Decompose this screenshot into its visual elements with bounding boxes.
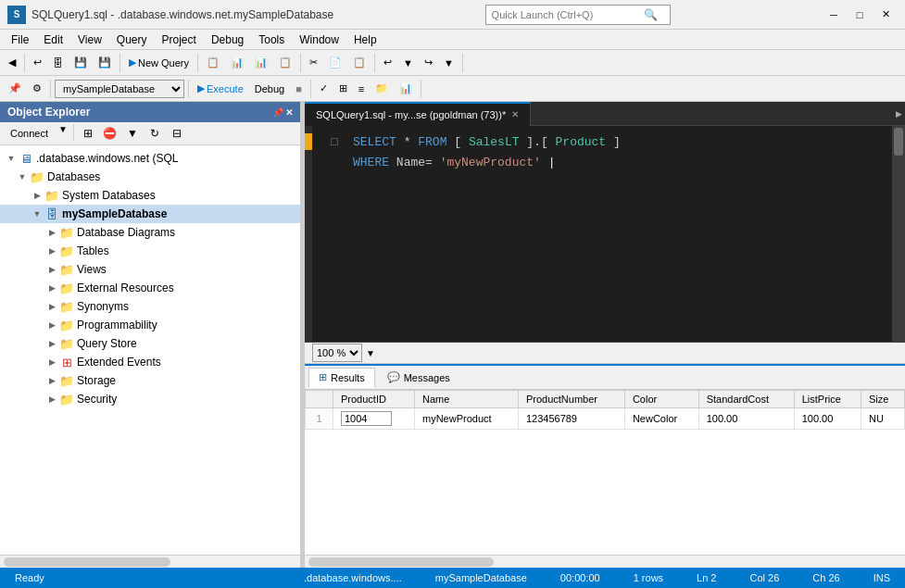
collapse-oe-button[interactable]: ⊟ (167, 124, 187, 143)
tree-query-store[interactable]: ▶ 📁 Query Store (0, 334, 300, 353)
messages-icon: 💬 (387, 371, 400, 383)
toolbar-btn3[interactable]: 📊 (250, 53, 272, 73)
tree-extended-events[interactable]: ▶ ⊞ Extended Events (0, 353, 300, 371)
new-db-button[interactable]: 🗄 (48, 53, 68, 73)
tree-tables[interactable]: ▶ 📁 Tables (0, 242, 300, 260)
ext-resources-folder-icon: 📁 (59, 281, 74, 295)
editor-vscroll-thumb (894, 128, 903, 156)
properties-button[interactable]: ⚙ (28, 79, 46, 99)
tab-scroll-icon: ▶ (896, 109, 902, 119)
sep7 (50, 80, 51, 98)
tree-security[interactable]: ▶ 📁 Security (0, 390, 300, 408)
tree-external-resources[interactable]: ▶ 📁 External Resources (0, 279, 300, 297)
th-productnumber: ProductNumber (518, 391, 624, 408)
cut-button[interactable]: ✂ (305, 53, 322, 73)
toolbar-btn1[interactable]: 📋 (202, 53, 224, 73)
editor-vscroll[interactable] (892, 126, 905, 342)
stop-oe-button[interactable]: ⛔ (100, 124, 120, 143)
query-editor[interactable]: □ SELECT * FROM [ SalesLT ].[ Product ] (305, 126, 892, 342)
parse-button[interactable]: ✓ (315, 79, 333, 99)
storage-label: Storage (77, 374, 116, 387)
database-dropdown[interactable]: mySampleDatabase (55, 80, 184, 98)
redo-dropdown[interactable]: ▼ (439, 53, 459, 73)
synonyms-label: Synonyms (77, 300, 129, 313)
connect-dropdown-icon[interactable]: ▼ (58, 124, 68, 143)
execute-button[interactable]: ▶ Execute (193, 79, 248, 99)
undo2-icon: ↩ (383, 56, 392, 69)
zoom-dropdown-icon[interactable]: ▼ (366, 348, 375, 358)
undo2-button[interactable]: ↩ (379, 53, 396, 73)
undo-button[interactable]: ↩ (29, 53, 46, 73)
query-line-2: WHERE Name= 'myNewProduct' | (331, 154, 881, 172)
table-header-row: ProductID Name ProductNumber Color Stand… (306, 391, 905, 408)
tree-databases[interactable]: ▼ 📁 Databases (0, 168, 300, 186)
copy-button[interactable]: 📄 (324, 53, 346, 73)
paste-button[interactable]: 📋 (348, 53, 371, 73)
status-database: mySampleDatabase (428, 572, 534, 583)
oe-close-icon[interactable]: ✕ (285, 107, 293, 118)
mysampledb-label: mySampleDatabase (62, 207, 167, 220)
close-button[interactable]: ✕ (874, 6, 898, 24)
prog-expand-icon: ▶ (44, 320, 59, 330)
tree-mysampledb[interactable]: ▼ 🗄 mySampleDatabase (0, 205, 300, 223)
breakpoint-indicator (305, 133, 312, 150)
menu-tools[interactable]: Tools (251, 31, 292, 48)
zoom-select[interactable]: 100 % (312, 344, 362, 362)
menu-debug[interactable]: Debug (204, 31, 251, 48)
maximize-button[interactable]: □ (848, 6, 872, 24)
menu-query[interactable]: Query (109, 31, 155, 48)
oe-hscroll[interactable] (0, 555, 300, 568)
save-button[interactable]: 💾 (69, 53, 92, 73)
quick-launch-input[interactable] (492, 9, 640, 20)
toolbar-btn4[interactable]: 📋 (274, 53, 296, 73)
tab-scroll-right[interactable]: ▶ (892, 109, 905, 119)
stop-button[interactable]: ■ (291, 79, 307, 99)
title-right: ─ □ ✕ (822, 6, 898, 24)
query-tab-close[interactable]: ✕ (511, 109, 519, 119)
filter-button[interactable]: ⊞ (78, 124, 98, 143)
productid-input[interactable] (341, 411, 392, 426)
menu-edit[interactable]: Edit (36, 31, 70, 48)
line-num-1: □ (331, 133, 346, 152)
new-query-button[interactable]: ▶ New Query (124, 53, 194, 73)
quick-launch-box[interactable]: 🔍 (485, 5, 671, 25)
minimize-button[interactable]: ─ (822, 6, 846, 24)
back-button[interactable]: ◀ (4, 53, 20, 73)
menu-view[interactable]: View (70, 31, 109, 48)
text-button[interactable]: ≡ (354, 79, 369, 99)
menu-file[interactable]: File (4, 31, 36, 48)
file-button[interactable]: 📁 (371, 79, 393, 99)
debug-button[interactable]: Debug (250, 79, 289, 99)
menu-window[interactable]: Window (292, 31, 346, 48)
redo-button[interactable]: ↪ (420, 53, 437, 73)
messages-tab[interactable]: 💬 Messages (377, 368, 460, 388)
results-tab[interactable]: ⊞ Results (308, 368, 375, 388)
query-tab[interactable]: SQLQuery1.sql - my...se (pgoldman (73))*… (305, 102, 531, 126)
editor-content[interactable]: □ SELECT * FROM [ SalesLT ].[ Product ] (305, 126, 892, 342)
toolbar-btn2[interactable]: 📊 (226, 53, 248, 73)
th-rownum (306, 391, 333, 408)
save-all-button[interactable]: 💾 (94, 53, 116, 73)
filter-oe-button[interactable]: ▼ (122, 124, 143, 143)
tree-server[interactable]: ▼ 🖥 .database.windows.net (SQL (0, 149, 300, 168)
tree-views[interactable]: ▶ 📁 Views (0, 260, 300, 279)
pin-button[interactable]: 📌 (4, 79, 26, 99)
tree-storage[interactable]: ▶ 📁 Storage (0, 371, 300, 390)
explain-button[interactable]: 📊 (395, 79, 417, 99)
undo-dropdown[interactable]: ▼ (398, 53, 418, 73)
oe-title: Object Explorer (7, 106, 90, 119)
storage-folder-icon: 📁 (59, 373, 74, 388)
grid-button[interactable]: ⊞ (334, 79, 352, 99)
select-keyword: SELECT (353, 135, 396, 149)
tree-system-dbs[interactable]: ▶ 📁 System Databases (0, 186, 300, 205)
connect-button[interactable]: Connect (4, 124, 55, 143)
th-listprice: ListPrice (794, 391, 861, 408)
tree-db-diagrams[interactable]: ▶ 📁 Database Diagrams (0, 223, 300, 242)
menu-project[interactable]: Project (155, 31, 204, 48)
menu-help[interactable]: Help (346, 31, 384, 48)
results-hscroll[interactable] (305, 555, 905, 568)
tree-synonyms[interactable]: ▶ 📁 Synonyms (0, 297, 300, 316)
oe-pin-icon[interactable]: 📌 (272, 107, 283, 118)
refresh-oe-button[interactable]: ↻ (145, 124, 165, 143)
tree-programmability[interactable]: ▶ 📁 Programmability (0, 316, 300, 334)
